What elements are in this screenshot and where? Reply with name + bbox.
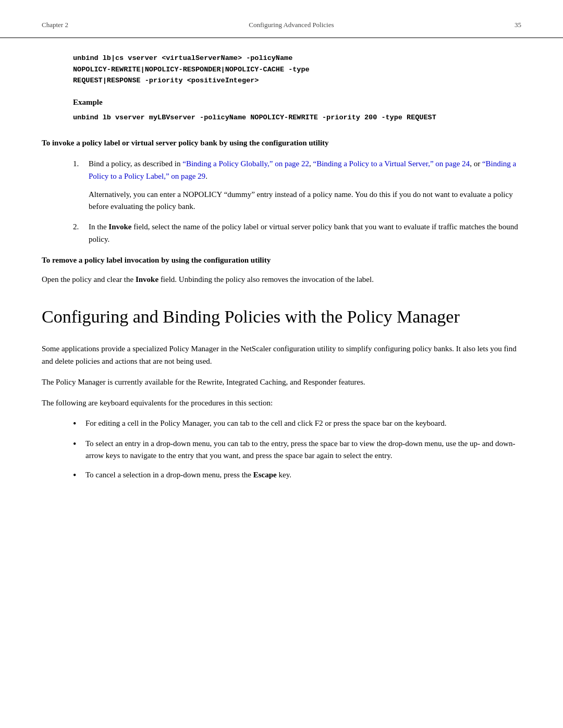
item-content-1: Bind a policy, as described in “Binding … — [89, 158, 521, 213]
bullet-dot-1: • — [73, 417, 85, 430]
invoke-bold-2: Invoke — [136, 275, 158, 283]
header-title: Configuring Advanced Policies — [249, 21, 334, 29]
invoke-section-heading: To invoke a policy label or virtual serv… — [42, 138, 521, 149]
numbered-item-1: 1. Bind a policy, as described in “Bindi… — [73, 158, 521, 213]
page: Chapter 2 Configuring Advanced Policies … — [0, 0, 563, 728]
remove-section-para: Open the policy and clear the Invoke fie… — [42, 273, 521, 286]
code-line-3: REQUEST|RESPONSE -priority <positiveInte… — [73, 75, 521, 87]
bullet-item-2: • To select an entry in a drop-down menu… — [73, 438, 521, 462]
bullet-text-1: For editing a cell in the Policy Manager… — [85, 417, 521, 430]
item-1-para-2: Alternatively, you can enter a NOPOLICY … — [89, 189, 521, 213]
escape-bold: Escape — [253, 471, 277, 479]
item-1-para-1: Bind a policy, as described in “Binding … — [89, 158, 521, 182]
bullet-item-3: • To cancel a selection in a drop-down m… — [73, 469, 521, 482]
link-binding-globally[interactable]: “Binding a Policy Globally,” on page 22 — [182, 159, 309, 168]
main-content: unbind lb|cs vserver <virtualServerName>… — [0, 53, 563, 521]
page-header: Chapter 2 Configuring Advanced Policies … — [0, 0, 563, 38]
link-binding-virtual-server[interactable]: “Binding a Policy to a Virtual Server,” … — [313, 159, 470, 168]
example-code-line-1: unbind lb vserver myLBVserver -policyNam… — [73, 114, 318, 121]
intro-para-1: Some applications provide a specialized … — [42, 342, 521, 367]
item-2-para-1: In the Invoke field, select the name of … — [89, 221, 521, 245]
code-line-1: unbind lb|cs vserver <virtualServerName>… — [73, 53, 521, 64]
code-block: unbind lb|cs vserver <virtualServerName>… — [73, 53, 521, 87]
remove-section-heading: To remove a policy label invocation by u… — [42, 255, 521, 266]
invoke-bold: Invoke — [108, 223, 131, 231]
page-number: 35 — [515, 21, 521, 29]
item-content-2: In the Invoke field, select the name of … — [89, 221, 521, 245]
bullet-text-2: To select an entry in a drop-down menu, … — [85, 438, 521, 462]
bullet-dot-3: • — [73, 469, 85, 482]
chapter-label: Chapter 2 — [42, 21, 68, 29]
example-code: unbind lb vserver myLBVserver -policyNam… — [73, 112, 521, 124]
code-line-2: NOPOLICY-REWRITE|NOPOLICY-RESPONDER|NOPO… — [73, 64, 521, 76]
bullet-item-1: • For editing a cell in the Policy Manag… — [73, 417, 521, 430]
item-number-2: 2. — [73, 221, 89, 245]
item-number-1: 1. — [73, 158, 89, 213]
numbered-item-2: 2. In the Invoke field, select the name … — [73, 221, 521, 245]
example-code-line-2: -priority 200 -type REQUEST — [322, 114, 436, 121]
major-section-heading: Configuring and Binding Policies with th… — [42, 306, 521, 328]
intro-para-2: The Policy Manager is currently availabl… — [42, 376, 521, 388]
numbered-list: 1. Bind a policy, as described in “Bindi… — [73, 158, 521, 245]
bullet-dot-2: • — [73, 438, 85, 462]
intro-para-3: The following are keyboard equivalents f… — [42, 397, 521, 409]
example-heading: Example — [73, 98, 521, 107]
bullet-text-3: To cancel a selection in a drop-down men… — [85, 469, 521, 482]
bullet-list: • For editing a cell in the Policy Manag… — [73, 417, 521, 483]
